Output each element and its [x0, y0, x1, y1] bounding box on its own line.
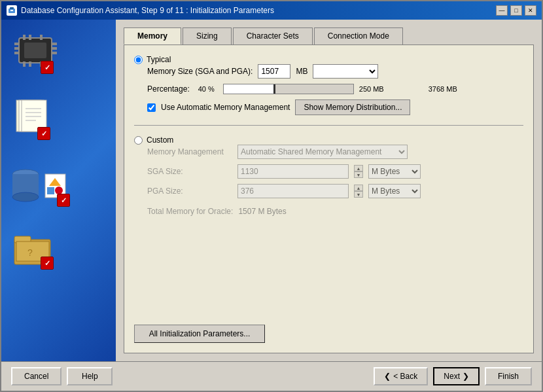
check-badge-4: ✓	[41, 257, 54, 270]
icon-item-shapes: ✓	[11, 168, 106, 204]
use-auto-label: Use Automatic Memory Management	[161, 103, 290, 112]
main-panel: Memory Sizing Character Sets Connection …	[116, 20, 542, 361]
svg-rect-6	[14, 52, 20, 54]
pga-size-row: PGA Size: ▲ ▼ M Bytes	[147, 184, 523, 198]
svg-rect-1	[10, 7, 14, 9]
sga-up-button[interactable]: ▲	[354, 165, 363, 171]
svg-point-26	[12, 192, 39, 202]
cancel-button[interactable]: Cancel	[11, 367, 61, 385]
title-bar-left: Database Configuration Assistant, Step 9…	[7, 5, 274, 16]
check-badge-2: ✓	[37, 127, 50, 140]
typical-section: Typical Memory Size (SGA and PGA): MB	[134, 55, 523, 115]
left-panel: ✓ ✓	[1, 20, 116, 361]
next-label: Next	[444, 372, 460, 381]
custom-label: Custom	[147, 135, 173, 145]
pga-up-button[interactable]: ▲	[354, 185, 363, 191]
tab-content-memory: Typical Memory Size (SGA and PGA): MB	[124, 45, 534, 353]
check-badge-1: ✓	[41, 61, 54, 74]
show-memory-distribution-button[interactable]: Show Memory Distribution...	[295, 99, 410, 115]
svg-rect-10	[23, 35, 26, 40]
maximize-button[interactable]: □	[510, 5, 522, 16]
memory-mgmt-label: Memory Management	[147, 147, 232, 156]
finish-button[interactable]: Finish	[485, 367, 532, 385]
bottom-left-buttons: Cancel Help	[11, 367, 113, 385]
pga-down-button[interactable]: ▼	[354, 191, 363, 198]
tab-connection-mode[interactable]: Connection Mode	[314, 27, 403, 45]
svg-rect-7	[52, 43, 57, 45]
pga-size-label: PGA Size:	[147, 187, 232, 196]
svg-rect-11	[29, 35, 31, 40]
left-icons: ✓ ✓	[1, 20, 116, 284]
typical-radio[interactable]	[134, 56, 143, 64]
pga-size-input[interactable]	[237, 184, 349, 198]
typical-radio-option: Typical	[134, 55, 523, 64]
cylinder-icon	[11, 168, 41, 204]
slider-track	[223, 84, 354, 94]
tabs-container: Memory Sizing Character Sets Connection …	[124, 27, 534, 45]
sga-size-label: SGA Size:	[147, 167, 232, 176]
close-button[interactable]: ✕	[525, 5, 536, 16]
back-label: < Back	[393, 372, 417, 381]
svg-rect-2	[10, 10, 13, 11]
bottom-right-buttons: ❮ < Back Next ❯ Finish	[374, 367, 532, 385]
percentage-label: Percentage:	[147, 84, 190, 94]
app-icon	[7, 5, 17, 16]
svg-rect-5	[14, 47, 20, 50]
help-button[interactable]: Help	[67, 367, 113, 385]
memory-size-label: Memory Size (SGA and PGA):	[147, 67, 253, 76]
tab-character-sets[interactable]: Character Sets	[233, 27, 313, 45]
sga-size-row: SGA Size: ▲ ▼ M Bytes	[147, 164, 523, 179]
window-title: Database Configuration Assistant, Step 9…	[21, 6, 274, 15]
max-value: 3768 MB	[429, 85, 457, 93]
svg-rect-12	[40, 35, 43, 40]
svg-rect-16	[24, 43, 46, 58]
total-memory-row: Total Memory for Oracle: 1507 M Bytes	[147, 207, 523, 216]
custom-content: Memory Management Automatic Shared Memor…	[147, 145, 523, 216]
sga-size-input[interactable]	[237, 164, 349, 179]
typical-content: Memory Size (SGA and PGA): MB Percentage…	[147, 64, 523, 115]
memory-mgmt-row: Memory Management Automatic Shared Memor…	[147, 145, 523, 159]
custom-radio[interactable]	[134, 136, 143, 145]
memory-size-input[interactable]	[258, 64, 290, 79]
next-arrow-icon: ❯	[463, 372, 469, 381]
sga-unit-dropdown[interactable]: M Bytes	[368, 164, 421, 179]
tab-sizing[interactable]: Sizing	[183, 27, 232, 45]
percentage-value: 40 %	[198, 85, 215, 93]
svg-point-30	[55, 187, 63, 194]
svg-rect-13	[23, 62, 26, 67]
total-label: Total Memory for Oracle:	[147, 207, 233, 216]
all-init-container: All Initialization Parameters...	[134, 315, 523, 343]
next-button[interactable]: Next ❯	[433, 367, 480, 385]
icon-item-folder: ? ✓	[11, 230, 106, 271]
memory-mgmt-dropdown[interactable]: Automatic Shared Memory Management	[237, 145, 408, 159]
minimize-button[interactable]: —	[496, 5, 508, 16]
back-button[interactable]: ❮ < Back	[374, 367, 428, 385]
pga-unit-dropdown[interactable]: M Bytes	[368, 184, 421, 198]
svg-rect-8	[52, 47, 57, 50]
sga-down-button[interactable]: ▼	[354, 171, 363, 178]
auto-memory-row: Use Automatic Memory Management Show Mem…	[147, 99, 523, 115]
svg-text:?: ?	[27, 247, 33, 258]
svg-rect-29	[47, 187, 54, 194]
memory-size-row: Memory Size (SGA and PGA): MB	[147, 64, 523, 79]
svg-rect-9	[52, 52, 57, 54]
icon-item-chip: ✓	[11, 33, 106, 71]
title-bar-controls: — □ ✕	[496, 5, 536, 16]
typical-label: Typical	[147, 55, 171, 64]
tab-memory[interactable]: Memory	[124, 27, 181, 45]
pga-spinner: ▲ ▼	[354, 185, 363, 198]
all-initialization-parameters-button[interactable]: All Initialization Parameters...	[134, 325, 265, 343]
main-window: Database Configuration Assistant, Step 9…	[0, 0, 543, 392]
content-area: ✓ ✓	[1, 20, 542, 361]
check-badge-3: ✓	[57, 194, 70, 207]
icon-item-docs: ✓	[11, 97, 106, 141]
divider	[134, 125, 523, 126]
memory-dropdown[interactable]	[313, 64, 378, 79]
custom-radio-option: Custom	[134, 135, 523, 145]
sga-spinner: ▲ ▼	[354, 165, 363, 178]
custom-section: Custom Memory Management Automatic Share…	[134, 135, 523, 216]
use-auto-checkbox[interactable]	[147, 103, 156, 112]
total-value: 1507 M Bytes	[238, 207, 286, 216]
slider-fill	[224, 84, 275, 94]
title-bar: Database Configuration Assistant, Step 9…	[1, 1, 542, 20]
